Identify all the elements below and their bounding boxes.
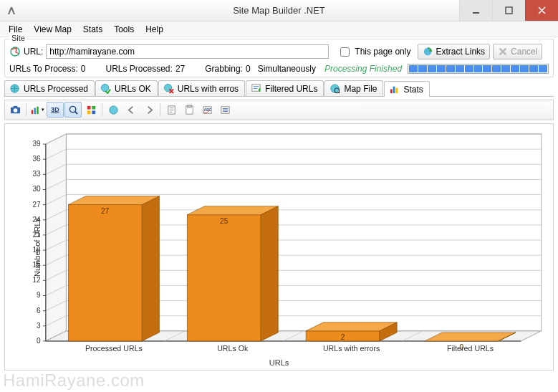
chart-area: Number of URLs 0369121518212427303336392… bbox=[4, 123, 554, 371]
toolbar-chart-type-button[interactable]: ▾ bbox=[29, 102, 46, 118]
svg-text:URLs Ok: URLs Ok bbox=[217, 344, 249, 353]
status-to-process-label: URLs To Process: bbox=[9, 64, 78, 74]
svg-rect-22 bbox=[87, 110, 90, 114]
zoom-icon bbox=[68, 105, 79, 115]
extract-links-label: Extract Links bbox=[436, 47, 485, 57]
tab-label: Filtered URLs bbox=[265, 84, 317, 94]
url-input[interactable] bbox=[46, 44, 329, 59]
globe-icon bbox=[9, 83, 20, 94]
tab-label: URLs OK bbox=[115, 84, 151, 94]
tab-urls-processed[interactable]: URLs Processed bbox=[4, 80, 95, 96]
maximize-icon bbox=[505, 6, 513, 14]
tab-filtered-urls[interactable]: Filtered URLs bbox=[246, 80, 324, 96]
status-processed-label: URLs Processed: bbox=[106, 64, 173, 74]
menu-stats[interactable]: Stats bbox=[77, 23, 108, 36]
this-page-only-checkbox[interactable] bbox=[340, 47, 350, 57]
svg-rect-12 bbox=[396, 88, 398, 94]
svg-marker-95 bbox=[142, 196, 159, 341]
titlebar: Site Map Builder .NET bbox=[0, 0, 558, 21]
minimize-button[interactable] bbox=[459, 0, 492, 21]
svg-rect-17 bbox=[34, 107, 36, 113]
menu-view-map[interactable]: View Map bbox=[28, 23, 77, 36]
chart-toolbar: ▾ 3D ABC bbox=[4, 100, 554, 120]
this-page-only-label: This page only bbox=[355, 47, 410, 57]
svg-text:6: 6 bbox=[37, 307, 41, 315]
tab-label: Map File bbox=[344, 84, 377, 94]
globe-check-icon bbox=[100, 83, 111, 94]
bar-chart-icon bbox=[389, 84, 400, 95]
page-icon bbox=[166, 105, 177, 115]
svg-rect-23 bbox=[92, 110, 95, 114]
toolbar-3d-button[interactable]: 3D bbox=[47, 102, 64, 118]
svg-rect-1 bbox=[506, 7, 512, 14]
tab-map-file[interactable]: Map File bbox=[324, 80, 383, 96]
clipboard-icon bbox=[184, 105, 195, 115]
toolbar-camera-button[interactable] bbox=[6, 102, 24, 118]
site-legend: Site bbox=[9, 34, 27, 42]
menu-help[interactable]: Help bbox=[140, 23, 169, 36]
svg-rect-16 bbox=[32, 110, 33, 114]
svg-text:33: 33 bbox=[32, 170, 41, 178]
toolbar-clipboard-button[interactable] bbox=[181, 102, 198, 118]
separator bbox=[102, 103, 102, 116]
tab-urls-ok[interactable]: URLs OK bbox=[95, 80, 158, 96]
svg-point-24 bbox=[109, 105, 117, 113]
abc-icon: ABC bbox=[202, 105, 213, 115]
svg-rect-15 bbox=[13, 105, 17, 107]
toolbar-globe-button[interactable] bbox=[105, 102, 122, 118]
arrow-left-icon bbox=[126, 105, 137, 115]
toolbar-color-button[interactable] bbox=[82, 102, 100, 118]
toolbar-prev-button[interactable] bbox=[122, 102, 140, 118]
svg-text:2: 2 bbox=[341, 333, 345, 341]
toolbar-next-button[interactable] bbox=[140, 102, 158, 118]
watermark: HamiRayane.com bbox=[3, 371, 145, 391]
minimize-icon bbox=[472, 6, 480, 14]
svg-text:URLs with errors: URLs with errors bbox=[323, 344, 380, 353]
status-finished-text: Processing Finished bbox=[324, 64, 402, 74]
toolbar-zoom-button[interactable] bbox=[64, 102, 82, 118]
svg-rect-27 bbox=[187, 105, 191, 107]
close-button[interactable] bbox=[525, 0, 558, 21]
tab-stats[interactable]: Stats bbox=[384, 81, 429, 97]
x-icon bbox=[498, 47, 508, 57]
svg-text:39: 39 bbox=[32, 140, 41, 148]
cancel-button[interactable]: Cancel bbox=[493, 44, 542, 59]
maximize-button[interactable] bbox=[492, 0, 525, 21]
svg-rect-93 bbox=[68, 205, 142, 341]
svg-rect-21 bbox=[92, 105, 95, 109]
menu-tools[interactable]: Tools bbox=[108, 23, 140, 36]
svg-text:27: 27 bbox=[101, 207, 110, 215]
svg-text:Processed URLs: Processed URLs bbox=[85, 344, 143, 353]
url-icon bbox=[9, 46, 21, 57]
progress-bar bbox=[408, 64, 549, 74]
status-processed-value: 27 bbox=[175, 64, 185, 74]
globe-refresh-icon bbox=[423, 47, 433, 57]
svg-text:0: 0 bbox=[37, 337, 41, 345]
svg-marker-33 bbox=[46, 134, 66, 341]
tab-label: URLs with erros bbox=[178, 84, 239, 94]
toolbar-abc-button[interactable]: ABC bbox=[198, 102, 216, 118]
camera-icon bbox=[10, 105, 21, 115]
svg-text:12: 12 bbox=[32, 276, 41, 284]
globe-x-icon bbox=[163, 83, 174, 94]
close-icon bbox=[538, 6, 546, 14]
svg-point-5 bbox=[101, 84, 108, 91]
svg-text:Filtered URLs: Filtered URLs bbox=[447, 344, 494, 353]
map-icon bbox=[329, 83, 340, 94]
toolbar-list-button[interactable] bbox=[216, 102, 234, 118]
toolbar-page-button[interactable] bbox=[163, 102, 180, 118]
status-simultaneously-label: Simultaneously bbox=[258, 64, 316, 74]
svg-rect-18 bbox=[37, 106, 38, 113]
url-label: URL: bbox=[24, 47, 43, 57]
separator bbox=[26, 103, 27, 116]
3d-icon: 3D bbox=[51, 106, 59, 113]
extract-links-button[interactable]: Extract Links bbox=[418, 44, 490, 59]
arrow-right-icon bbox=[144, 105, 155, 115]
svg-text:3: 3 bbox=[37, 322, 41, 330]
color-icon bbox=[86, 105, 97, 115]
svg-text:36: 36 bbox=[32, 155, 41, 163]
svg-point-14 bbox=[13, 108, 17, 113]
chart-svg: 03691215182124273033363927Processed URLs… bbox=[9, 128, 549, 365]
tab-urls-errors[interactable]: URLs with erros bbox=[158, 80, 245, 96]
svg-rect-10 bbox=[390, 90, 393, 94]
